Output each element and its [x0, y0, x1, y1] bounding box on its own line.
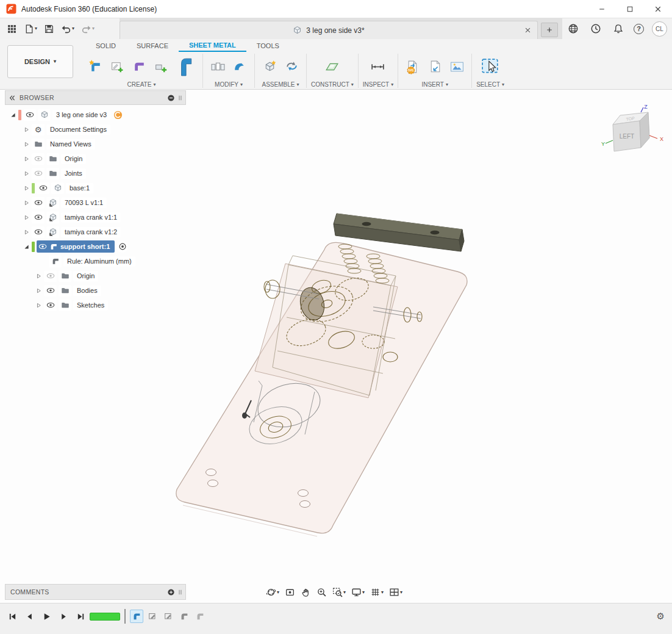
pan-button[interactable] [299, 585, 313, 600]
browser-item-sketches[interactable]: Sketches [5, 298, 135, 312]
group-label-modify[interactable]: MODIFY▾ [215, 81, 243, 88]
redo-button[interactable]: ▾ [79, 21, 96, 37]
timeline-feature-sketch[interactable] [146, 610, 159, 623]
browser-item-tamiya-crank-2[interactable]: tamiya crank v1:2 [5, 225, 135, 239]
app-grid-menu-button[interactable] [5, 21, 19, 37]
viewports-button[interactable]: ▾ [387, 585, 404, 600]
step-back-button[interactable] [23, 610, 35, 622]
collapse-all-button[interactable] [167, 94, 175, 102]
group-label-assemble[interactable]: ASSEMBLE▾ [262, 81, 299, 88]
browser-item-bodies[interactable]: Bodies [5, 283, 135, 298]
group-label-inspect[interactable]: INSPECT▾ [363, 81, 393, 88]
group-label-select[interactable]: SELECT▾ [476, 81, 504, 88]
modify-flange-button[interactable] [229, 54, 250, 79]
expand-arrow-icon[interactable] [23, 141, 30, 148]
visibility-toggle[interactable] [32, 197, 45, 209]
browser-item-origin-sub[interactable]: Origin [5, 268, 135, 283]
browser-item-70093[interactable]: 70093 L v1:1 [5, 195, 135, 210]
insert-svg-button[interactable]: SVG [402, 54, 423, 79]
visibility-toggle[interactable] [32, 153, 45, 165]
browser-item-origin[interactable]: Origin [5, 151, 135, 166]
browser-item-base[interactable]: base:1 [5, 181, 135, 195]
panel-grip[interactable] [176, 588, 184, 596]
group-label-insert[interactable]: INSERT▾ [421, 81, 448, 88]
insert-decal-button[interactable] [446, 54, 467, 79]
visibility-toggle[interactable] [44, 300, 57, 311]
timeline-progress-segment[interactable] [90, 613, 120, 621]
visibility-toggle[interactable] [32, 168, 45, 179]
visibility-toggle[interactable] [32, 212, 45, 223]
browser-item-root-component[interactable]: 3 leg one side v3 [5, 107, 135, 122]
job-status-button[interactable] [588, 21, 603, 37]
construct-plane-button[interactable] [322, 54, 343, 79]
user-avatar[interactable]: CL [652, 21, 667, 37]
maximize-button[interactable] [616, 0, 644, 18]
timeline-track[interactable] [90, 609, 207, 624]
visibility-toggle[interactable] [37, 182, 49, 194]
timeline-settings-button[interactable]: ⚙ [657, 611, 665, 622]
minimize-button[interactable] [588, 0, 616, 18]
visibility-toggle[interactable] [44, 270, 57, 282]
help-button[interactable]: ? [634, 24, 644, 34]
group-label-create[interactable]: CREATE▾ [127, 81, 156, 88]
timeline-feature-flange[interactable] [177, 610, 191, 623]
panel-grip[interactable] [176, 94, 184, 102]
save-button[interactable] [42, 21, 56, 37]
selected-item-highlight[interactable]: support short:1 [37, 240, 115, 253]
undo-button[interactable]: ▾ [59, 21, 76, 37]
visibility-toggle[interactable] [32, 226, 45, 238]
expand-arrow-icon[interactable] [23, 214, 30, 221]
browser-item-support-short[interactable]: support short:1 [5, 239, 135, 254]
viewcube[interactable]: TOP LEFT X Y Z [601, 104, 668, 162]
go-to-start-button[interactable] [6, 610, 18, 622]
tab-sheet-metal[interactable]: SHEET METAL [179, 39, 246, 52]
expand-arrow-icon[interactable] [23, 200, 30, 206]
flange-button-large[interactable] [173, 52, 198, 81]
browser-item-sheet-metal-rule[interactable]: Rule: Aluminum (mm) [5, 254, 135, 268]
tab-surface[interactable]: SURFACE [126, 39, 179, 52]
timeline-feature-flange[interactable] [193, 610, 207, 623]
close-button[interactable] [644, 0, 672, 18]
insert-mesh-button[interactable] [424, 54, 445, 79]
activate-component-radio[interactable] [116, 241, 128, 253]
grid-settings-button[interactable]: ▾ [368, 585, 385, 600]
zoom-button[interactable] [315, 585, 329, 600]
play-button[interactable] [40, 610, 52, 622]
select-button[interactable] [477, 52, 503, 81]
visibility-toggle[interactable] [44, 285, 57, 297]
convert-to-sheet-metal-button[interactable] [129, 54, 149, 79]
expand-arrow-icon[interactable] [23, 229, 30, 236]
browser-item-named-views[interactable]: Named Views [5, 137, 135, 151]
comments-panel[interactable]: COMMENTS [5, 584, 186, 600]
display-settings-button[interactable]: ▾ [349, 585, 366, 600]
expand-arrow-icon[interactable] [23, 126, 30, 133]
browser-item-joints[interactable]: Joints [5, 166, 135, 181]
group-label-construct[interactable]: CONSTRUCT▾ [311, 81, 354, 88]
extensions-button[interactable] [566, 21, 581, 37]
new-tab-button[interactable] [541, 23, 558, 37]
notifications-button[interactable] [611, 21, 626, 37]
create-base-flange-button[interactable] [151, 54, 171, 79]
timeline-feature-flange-active[interactable] [130, 610, 143, 623]
expand-comments-button[interactable] [167, 588, 175, 596]
file-menu-button[interactable]: ▾ [22, 21, 39, 37]
close-tab-icon[interactable] [524, 27, 531, 34]
expand-arrow-icon[interactable] [23, 156, 30, 162]
measure-button[interactable] [368, 54, 388, 79]
new-component-button[interactable] [259, 54, 280, 79]
step-forward-button[interactable] [57, 610, 70, 622]
visibility-toggle[interactable] [23, 109, 36, 121]
joint-button[interactable] [281, 54, 302, 79]
document-tab[interactable]: 3 leg one side v3* [120, 21, 538, 39]
timeline-feature-sketch[interactable] [162, 610, 175, 623]
expanded-arrow-icon[interactable] [10, 112, 16, 118]
fit-zoom-window-button[interactable]: ▾ [331, 585, 348, 600]
expand-arrow-icon[interactable] [23, 170, 30, 177]
browser-item-document-settings[interactable]: ⚙ Document Settings [5, 122, 135, 137]
workspace-selector[interactable]: DESIGN ▾ [7, 45, 73, 78]
go-to-end-button[interactable] [74, 610, 87, 622]
timeline-position-marker[interactable] [124, 609, 126, 624]
eye-icon[interactable] [38, 243, 47, 250]
expand-arrow-icon[interactable] [23, 185, 30, 192]
expand-arrow-icon[interactable] [35, 302, 42, 309]
